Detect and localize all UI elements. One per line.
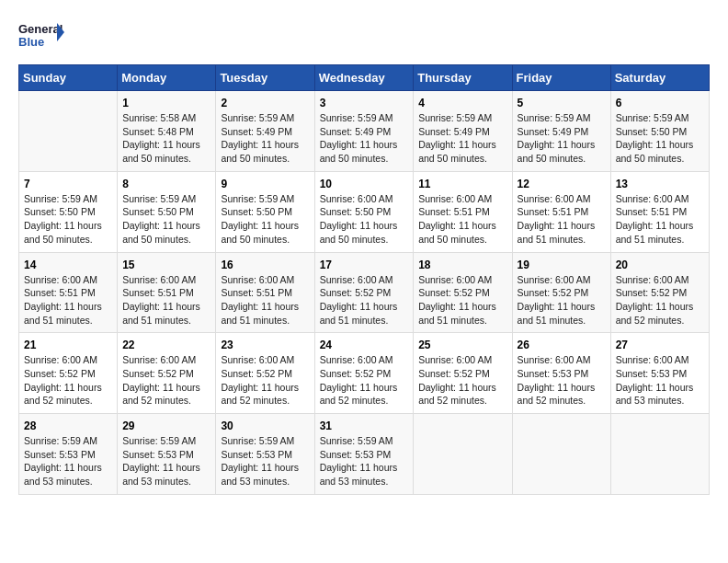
calendar-cell: 18Sunrise: 6:00 AM Sunset: 5:52 PM Dayli… bbox=[414, 252, 512, 333]
day-number: 9 bbox=[221, 178, 309, 190]
day-number: 2 bbox=[221, 97, 309, 109]
day-info: Sunrise: 5:59 AM Sunset: 5:50 PM Dayligh… bbox=[616, 111, 704, 166]
calendar-cell: 9Sunrise: 5:59 AM Sunset: 5:50 PM Daylig… bbox=[216, 171, 314, 252]
calendar-week-row: 7Sunrise: 5:59 AM Sunset: 5:50 PM Daylig… bbox=[19, 171, 710, 252]
calendar-week-row: 14Sunrise: 6:00 AM Sunset: 5:51 PM Dayli… bbox=[19, 252, 710, 333]
calendar-cell: 8Sunrise: 5:59 AM Sunset: 5:50 PM Daylig… bbox=[118, 171, 216, 252]
calendar-cell: 6Sunrise: 5:59 AM Sunset: 5:50 PM Daylig… bbox=[610, 91, 709, 172]
calendar-cell: 13Sunrise: 6:00 AM Sunset: 5:51 PM Dayli… bbox=[610, 171, 709, 252]
day-number: 25 bbox=[418, 339, 506, 351]
day-info: Sunrise: 6:00 AM Sunset: 5:51 PM Dayligh… bbox=[221, 273, 309, 327]
calendar-cell: 15Sunrise: 6:00 AM Sunset: 5:51 PM Dayli… bbox=[118, 252, 216, 333]
weekday-header: Sunday bbox=[19, 65, 118, 91]
day-info: Sunrise: 6:00 AM Sunset: 5:50 PM Dayligh… bbox=[320, 192, 409, 247]
day-info: Sunrise: 5:58 AM Sunset: 5:48 PM Dayligh… bbox=[122, 111, 210, 166]
weekday-header-row: SundayMondayTuesdayWednesdayThursdayFrid… bbox=[19, 65, 710, 91]
day-info: Sunrise: 6:00 AM Sunset: 5:52 PM Dayligh… bbox=[221, 353, 309, 408]
weekday-header: Friday bbox=[512, 65, 610, 91]
day-number: 16 bbox=[221, 259, 309, 271]
day-info: Sunrise: 6:00 AM Sunset: 5:52 PM Dayligh… bbox=[616, 273, 704, 327]
day-info: Sunrise: 6:00 AM Sunset: 5:53 PM Dayligh… bbox=[518, 353, 606, 408]
day-info: Sunrise: 6:00 AM Sunset: 5:52 PM Dayligh… bbox=[320, 353, 409, 408]
day-number: 15 bbox=[122, 259, 210, 271]
calendar-cell: 27Sunrise: 6:00 AM Sunset: 5:53 PM Dayli… bbox=[610, 333, 709, 414]
calendar-cell bbox=[610, 414, 709, 495]
weekday-header: Thursday bbox=[414, 65, 512, 91]
day-number: 29 bbox=[122, 419, 210, 432]
calendar-cell: 19Sunrise: 6:00 AM Sunset: 5:52 PM Dayli… bbox=[512, 252, 610, 333]
day-number: 26 bbox=[518, 339, 606, 351]
day-number: 10 bbox=[320, 178, 409, 190]
calendar-week-row: 21Sunrise: 6:00 AM Sunset: 5:52 PM Dayli… bbox=[19, 333, 710, 414]
day-number: 18 bbox=[418, 259, 506, 271]
day-number: 7 bbox=[24, 178, 112, 190]
calendar-cell: 29Sunrise: 5:59 AM Sunset: 5:53 PM Dayli… bbox=[118, 414, 216, 495]
day-info: Sunrise: 5:59 AM Sunset: 5:49 PM Dayligh… bbox=[221, 111, 309, 166]
calendar-cell bbox=[512, 414, 610, 495]
day-info: Sunrise: 5:59 AM Sunset: 5:50 PM Dayligh… bbox=[221, 192, 309, 247]
day-number: 19 bbox=[518, 259, 606, 271]
day-info: Sunrise: 6:00 AM Sunset: 5:51 PM Dayligh… bbox=[518, 192, 606, 247]
calendar-cell: 10Sunrise: 6:00 AM Sunset: 5:50 PM Dayli… bbox=[314, 171, 414, 252]
day-info: Sunrise: 6:00 AM Sunset: 5:51 PM Dayligh… bbox=[24, 273, 112, 327]
calendar-cell: 4Sunrise: 5:59 AM Sunset: 5:49 PM Daylig… bbox=[414, 91, 512, 172]
calendar-cell: 23Sunrise: 6:00 AM Sunset: 5:52 PM Dayli… bbox=[216, 333, 314, 414]
calendar-cell: 30Sunrise: 5:59 AM Sunset: 5:53 PM Dayli… bbox=[216, 414, 314, 495]
day-info: Sunrise: 6:00 AM Sunset: 5:51 PM Dayligh… bbox=[122, 273, 210, 327]
calendar-cell: 31Sunrise: 5:59 AM Sunset: 5:53 PM Dayli… bbox=[314, 414, 414, 495]
day-info: Sunrise: 5:59 AM Sunset: 5:50 PM Dayligh… bbox=[24, 192, 112, 247]
calendar-cell: 17Sunrise: 6:00 AM Sunset: 5:52 PM Dayli… bbox=[314, 252, 414, 333]
weekday-header: Saturday bbox=[610, 65, 709, 91]
calendar-cell: 25Sunrise: 6:00 AM Sunset: 5:52 PM Dayli… bbox=[414, 333, 512, 414]
day-number: 11 bbox=[418, 178, 506, 190]
day-number: 12 bbox=[518, 178, 606, 190]
svg-text:General: General bbox=[18, 22, 63, 36]
day-info: Sunrise: 5:59 AM Sunset: 5:53 PM Dayligh… bbox=[24, 434, 112, 488]
day-info: Sunrise: 6:00 AM Sunset: 5:52 PM Dayligh… bbox=[518, 273, 606, 327]
day-number: 8 bbox=[122, 178, 210, 190]
calendar-cell: 28Sunrise: 5:59 AM Sunset: 5:53 PM Dayli… bbox=[19, 414, 118, 495]
day-number: 5 bbox=[518, 97, 606, 109]
calendar-cell bbox=[19, 91, 118, 172]
day-number: 20 bbox=[616, 259, 704, 271]
day-number: 22 bbox=[122, 339, 210, 351]
day-number: 3 bbox=[320, 97, 409, 109]
day-number: 4 bbox=[418, 97, 506, 109]
calendar-week-row: 1Sunrise: 5:58 AM Sunset: 5:48 PM Daylig… bbox=[19, 91, 710, 172]
logo: GeneralBlue bbox=[18, 18, 64, 55]
day-info: Sunrise: 6:00 AM Sunset: 5:53 PM Dayligh… bbox=[616, 353, 704, 408]
day-info: Sunrise: 5:59 AM Sunset: 5:53 PM Dayligh… bbox=[221, 434, 309, 488]
calendar-cell bbox=[414, 414, 512, 495]
day-number: 28 bbox=[24, 419, 112, 432]
day-number: 14 bbox=[24, 259, 112, 271]
day-info: Sunrise: 6:00 AM Sunset: 5:51 PM Dayligh… bbox=[616, 192, 704, 247]
day-number: 30 bbox=[221, 419, 309, 432]
day-number: 31 bbox=[320, 419, 409, 432]
calendar-cell: 12Sunrise: 6:00 AM Sunset: 5:51 PM Dayli… bbox=[512, 171, 610, 252]
calendar-cell: 16Sunrise: 6:00 AM Sunset: 5:51 PM Dayli… bbox=[216, 252, 314, 333]
day-info: Sunrise: 6:00 AM Sunset: 5:52 PM Dayligh… bbox=[418, 353, 506, 408]
weekday-header: Wednesday bbox=[314, 65, 414, 91]
calendar-cell: 14Sunrise: 6:00 AM Sunset: 5:51 PM Dayli… bbox=[19, 252, 118, 333]
day-info: Sunrise: 5:59 AM Sunset: 5:49 PM Dayligh… bbox=[418, 111, 506, 166]
day-number: 21 bbox=[24, 339, 112, 351]
day-info: Sunrise: 5:59 AM Sunset: 5:50 PM Dayligh… bbox=[122, 192, 210, 247]
day-info: Sunrise: 5:59 AM Sunset: 5:49 PM Dayligh… bbox=[320, 111, 409, 166]
day-number: 27 bbox=[616, 339, 704, 351]
calendar-cell: 20Sunrise: 6:00 AM Sunset: 5:52 PM Dayli… bbox=[610, 252, 709, 333]
calendar-cell: 2Sunrise: 5:59 AM Sunset: 5:49 PM Daylig… bbox=[216, 91, 314, 172]
day-info: Sunrise: 6:00 AM Sunset: 5:51 PM Dayligh… bbox=[418, 192, 506, 247]
calendar-table: SundayMondayTuesdayWednesdayThursdayFrid… bbox=[18, 64, 710, 495]
calendar-cell: 21Sunrise: 6:00 AM Sunset: 5:52 PM Dayli… bbox=[19, 333, 118, 414]
calendar-cell: 24Sunrise: 6:00 AM Sunset: 5:52 PM Dayli… bbox=[314, 333, 414, 414]
day-number: 1 bbox=[122, 97, 210, 109]
day-info: Sunrise: 6:00 AM Sunset: 5:52 PM Dayligh… bbox=[24, 353, 112, 408]
logo-svg: GeneralBlue bbox=[18, 18, 64, 55]
day-info: Sunrise: 6:00 AM Sunset: 5:52 PM Dayligh… bbox=[320, 273, 409, 327]
weekday-header: Tuesday bbox=[216, 65, 314, 91]
calendar-cell: 7Sunrise: 5:59 AM Sunset: 5:50 PM Daylig… bbox=[19, 171, 118, 252]
page-header: GeneralBlue bbox=[18, 18, 710, 55]
calendar-cell: 11Sunrise: 6:00 AM Sunset: 5:51 PM Dayli… bbox=[414, 171, 512, 252]
calendar-week-row: 28Sunrise: 5:59 AM Sunset: 5:53 PM Dayli… bbox=[19, 414, 710, 495]
weekday-header: Monday bbox=[118, 65, 216, 91]
